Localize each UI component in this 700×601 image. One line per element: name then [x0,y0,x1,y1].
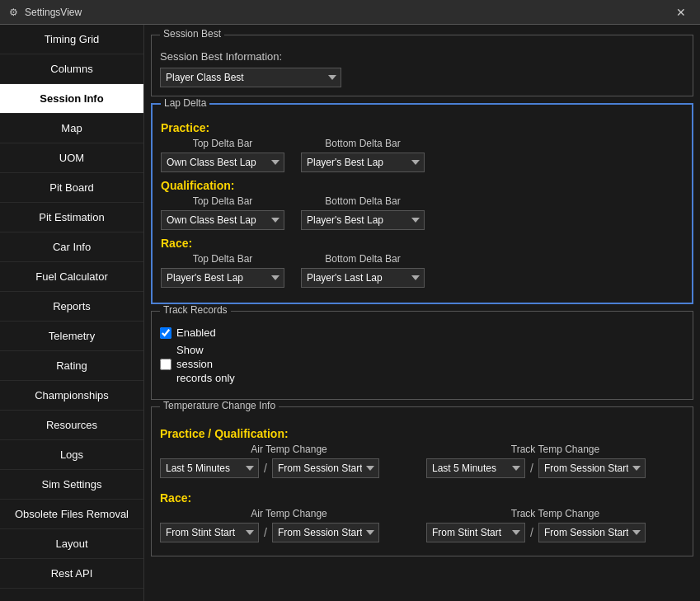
pq-air-left-select[interactable]: Last 5 Minutes Last 10 Minutes From Sess… [160,458,259,478]
sidebar-item-reports[interactable]: Reports [0,292,143,322]
sidebar-item-pit-board[interactable]: Pit Board [0,173,143,203]
race-top-col: Top Delta Bar Player's Best Lap Own Clas… [161,253,284,288]
sidebar-item-session-info[interactable]: Session Info [0,84,143,114]
sidebar-item-uom[interactable]: UOM [0,143,143,173]
enabled-label: Enabled [176,326,216,339]
race-bottom-select[interactable]: Player's Last Lap Player's Best Lap Own … [301,268,425,288]
sidebar: Timing Grid Columns Session Info Map UOM… [0,25,144,601]
content-area: Session Best Session Best Information: P… [144,25,700,601]
session-best-section: Session Best Session Best Information: P… [151,35,693,96]
race-top-select[interactable]: Player's Best Lap Own Class Best Lap Pla… [161,268,284,288]
sidebar-item-obsolete-files[interactable]: Obsolete Files Removal [0,500,143,529]
practice-row: Top Delta Bar Own Class Best Lap Player'… [161,138,684,172]
lap-delta-title: Lap Delta [161,97,209,109]
practice-bottom-col: Bottom Delta Bar Player's Best Lap Own C… [301,138,425,172]
window-title: SettingsView [25,7,669,18]
race-track-right-select[interactable]: From Session Start From Stint Start Last… [538,523,646,542]
race-air-left-select[interactable]: From Stint Start Last 5 Minutes From Ses… [160,523,259,542]
race-air-temp-group: Air Temp Change From Stint Start Last 5 … [160,508,418,547]
race-track-temp-group: Track Temp Change From Stint Start Last … [426,508,684,547]
race-header: Race: [161,237,684,250]
sidebar-item-layout[interactable]: Layout [0,529,143,559]
sidebar-item-rating[interactable]: Rating [0,351,143,381]
enabled-row: Enabled [160,326,684,339]
sidebar-item-logs[interactable]: Logs [0,440,143,470]
race-top-label: Top Delta Bar [161,253,284,265]
practice-bottom-select[interactable]: Player's Best Lap Own Class Best Lap Pla… [301,153,425,172]
qualification-top-col: Top Delta Bar Own Class Best Lap Player'… [161,195,284,230]
pq-track-left-select[interactable]: Last 5 Minutes Last 10 Minutes From Sess… [426,458,525,478]
lap-delta-section: Lap Delta Practice: Top Delta Bar Own Cl… [151,103,693,304]
pq-air-temp-group: Air Temp Change Last 5 Minutes Last 10 M… [160,444,418,483]
title-bar: ⚙ SettingsView ✕ [0,0,700,25]
main-content: Timing Grid Columns Session Info Map UOM… [0,25,700,601]
pq-track-temp-group: Track Temp Change Last 5 Minutes Last 10… [426,444,684,483]
race-track-temp-label: Track Temp Change [426,508,684,519]
app-icon: ⚙ [7,6,20,19]
sidebar-item-pit-estimation[interactable]: Pit Estimation [0,203,143,232]
temperature-change-title: Temperature Change Info [160,400,279,411]
pq-track-temp-label: Track Temp Change [426,444,684,455]
race-bottom-label: Bottom Delta Bar [301,253,425,265]
sidebar-item-timing-grid[interactable]: Timing Grid [0,25,143,54]
practice-top-label: Top Delta Bar [161,138,284,149]
race-air-right-select[interactable]: From Session Start From Stint Start Last… [272,523,379,542]
pq-header: Practice / Qualification: [160,427,684,440]
session-best-title: Session Best [160,28,224,40]
pq-air-slash: / [264,462,267,475]
practice-top-select[interactable]: Own Class Best Lap Player's Best Lap Pla… [161,153,284,172]
close-button[interactable]: ✕ [669,0,693,25]
sidebar-item-columns[interactable]: Columns [0,54,143,84]
show-session-row: Show session records only [160,344,684,386]
track-records-content: Enabled Show session records only [160,320,684,386]
show-session-label: Show session records only [176,344,242,386]
main-window: ⚙ SettingsView ✕ Timing Grid Columns Ses… [0,0,700,601]
temperature-change-section: Temperature Change Info Practice / Quali… [151,406,693,556]
qualification-top-label: Top Delta Bar [161,195,284,207]
show-session-checkbox[interactable] [160,359,171,370]
qualification-row: Top Delta Bar Own Class Best Lap Player'… [161,195,684,230]
race-bottom-col: Bottom Delta Bar Player's Last Lap Playe… [301,253,425,288]
race-track-temp-row: From Stint Start Last 5 Minutes From Ses… [426,523,684,542]
sidebar-item-sim-settings[interactable]: Sim Settings [0,470,143,500]
qualification-bottom-label: Bottom Delta Bar [301,195,425,207]
pq-air-temp-row: Last 5 Minutes Last 10 Minutes From Sess… [160,458,418,478]
sidebar-item-telemetry[interactable]: Telemetry [0,322,143,351]
session-best-info-select[interactable]: Player Class Best Session Best Own Best [160,68,341,87]
sidebar-item-rest-api[interactable]: Rest API [0,559,143,589]
pq-air-temp-label: Air Temp Change [160,444,418,455]
sidebar-item-resources[interactable]: Resources [0,411,143,440]
race-temp-header: Race: [160,491,684,505]
practice-top-col: Top Delta Bar Own Class Best Lap Player'… [161,138,284,172]
pq-track-right-select[interactable]: From Session Start From Stint Start Last… [538,458,646,478]
track-records-title: Track Records [160,304,231,316]
race-track-left-select[interactable]: From Stint Start Last 5 Minutes From Ses… [426,523,525,542]
session-best-info-label: Session Best Information: [160,50,684,63]
pq-air-right-select[interactable]: From Session Start From Stint Start Last… [272,458,379,478]
enabled-checkbox[interactable] [160,327,171,339]
race-track-slash: / [530,526,533,539]
practice-header: Practice: [161,121,684,134]
pq-track-temp-row: Last 5 Minutes Last 10 Minutes From Sess… [426,458,684,478]
sidebar-item-map[interactable]: Map [0,114,143,143]
pq-track-slash: / [530,462,533,475]
sidebar-item-fuel-calculator[interactable]: Fuel Calculator [0,262,143,292]
track-records-section: Track Records Enabled Show session recor… [151,311,693,400]
race-air-temp-row: From Stint Start Last 5 Minutes From Ses… [160,523,418,542]
qualification-header: Qualification: [161,179,684,192]
race-air-temp-label: Air Temp Change [160,508,418,519]
race-air-slash: / [264,526,267,539]
sidebar-item-car-info[interactable]: Car Info [0,232,143,262]
qualification-bottom-col: Bottom Delta Bar Player's Best Lap Own C… [301,195,425,230]
qualification-bottom-select[interactable]: Player's Best Lap Own Class Best Lap Pla… [301,210,425,230]
qualification-top-select[interactable]: Own Class Best Lap Player's Best Lap Pla… [161,210,284,230]
practice-bottom-label: Bottom Delta Bar [301,138,425,149]
sidebar-item-championships[interactable]: Championships [0,381,143,411]
race-row: Top Delta Bar Player's Best Lap Own Clas… [161,253,684,288]
